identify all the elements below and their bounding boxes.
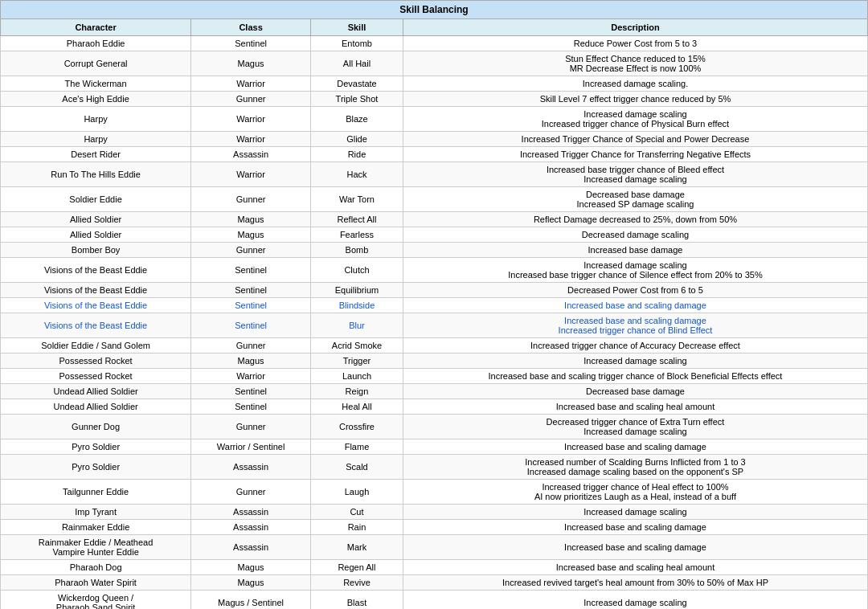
cell-skill: Cut: [311, 505, 403, 520]
cell-character: Pyro Soldier: [1, 455, 191, 480]
cell-character: Allied Soldier: [1, 227, 191, 243]
cell-character: Run To The Hills Eddie: [1, 162, 191, 187]
table-row: Pharaoh EddieSentinelEntombReduce Power …: [1, 36, 868, 51]
table-row: Imp TyrantAssassinCutIncreased damage sc…: [1, 505, 868, 520]
table-row: Soldier EddieGunnerWar TornDecreased bas…: [1, 187, 868, 212]
cell-description: Increased revived target's heal amount f…: [403, 575, 867, 591]
cell-description: Increased base and scaling damage: [403, 298, 867, 313]
cell-class: Magus / Sentinel: [191, 591, 311, 610]
cell-skill: Scald: [311, 455, 403, 480]
desc-line1: Increased base trigger chance of Bleed e…: [408, 165, 862, 174]
desc-line2: MR Decrease Effect is now 100%: [408, 63, 862, 73]
cell-skill: Mark: [311, 535, 403, 560]
cell-class: Magus: [191, 354, 311, 369]
cell-class: Assassin: [191, 520, 311, 535]
table-row: Ace's High EddieGunnerTriple ShotSkill L…: [1, 92, 868, 107]
cell-skill: All Hail: [311, 51, 403, 76]
cell-description: Decreased damage scaling: [403, 227, 867, 243]
cell-class: Assassin: [191, 147, 311, 162]
cell-class: Magus: [191, 560, 311, 575]
cell-character: Rainmaker Eddie: [1, 520, 191, 535]
cell-character: Bomber Boy: [1, 243, 191, 258]
cell-description: Increased damage scalingIncreased trigge…: [403, 107, 867, 132]
cell-description: Decreased trigger chance of Extra Turn e…: [403, 415, 867, 439]
cell-character: Pyro Soldier: [1, 439, 191, 455]
cell-character: Possessed Rocket: [1, 354, 191, 369]
cell-character: Undead Allied Soldier: [1, 399, 191, 415]
cell-description: Increased base and scaling damage: [403, 439, 867, 455]
cell-description: Increased base damage: [403, 243, 867, 258]
cell-class: Warrior: [191, 132, 311, 147]
cell-skill: Reflect All: [311, 212, 403, 227]
cell-description: Stun Effect Chance reduced to 15%MR Decr…: [403, 51, 867, 76]
cell-character: Soldier Eddie: [1, 187, 191, 212]
table-row: Wickerdog Queen / Pharaoh Sand SpiritMag…: [1, 591, 868, 610]
desc-line1: Increased trigger chance of Heal effect …: [408, 482, 862, 492]
cell-character: Pharaoh Dog: [1, 560, 191, 575]
header-description: Description: [403, 19, 867, 36]
cell-description: Increased trigger chance of Heal effect …: [403, 480, 867, 505]
table-row: Rainmaker Eddie / Meathead Vampire Hunte…: [1, 535, 868, 560]
desc-line2: Increased base trigger chance of Silence…: [408, 270, 862, 280]
cell-character: Possessed Rocket: [1, 369, 191, 384]
cell-class: Sentinel: [191, 313, 311, 338]
cell-class: Gunner: [191, 243, 311, 258]
desc-line1: Increased number of Scalding Burns Infli…: [408, 457, 862, 467]
cell-skill: Triple Shot: [311, 92, 403, 107]
skill-balancing-table: Skill Balancing Character Class Skill De…: [0, 0, 868, 609]
table-title: Skill Balancing: [1, 1, 868, 19]
cell-character: Visions of the Beast Eddie: [1, 258, 191, 283]
cell-class: Assassin: [191, 455, 311, 480]
table-row: Visions of the Beast EddieSentinelClutch…: [1, 258, 868, 283]
cell-description: Increased Trigger Chance for Transferrin…: [403, 147, 867, 162]
cell-class: Sentinel: [191, 384, 311, 399]
cell-class: Sentinel: [191, 298, 311, 313]
cell-class: Gunner: [191, 338, 311, 354]
cell-class: Warrior: [191, 107, 311, 132]
cell-skill: Reign: [311, 384, 403, 399]
cell-skill: War Torn: [311, 187, 403, 212]
cell-description: Decreased base damageIncreased SP damage…: [403, 187, 867, 212]
cell-description: Increased damage scaling: [403, 354, 867, 369]
cell-class: Magus: [191, 227, 311, 243]
cell-character: Rainmaker Eddie / Meathead Vampire Hunte…: [1, 535, 191, 560]
cell-description: Increased damage scaling: [403, 505, 867, 520]
main-container: Skill Balancing Character Class Skill De…: [0, 0, 868, 609]
cell-skill: Laugh: [311, 480, 403, 505]
cell-skill: Glide: [311, 132, 403, 147]
table-row: Visions of the Beast EddieSentinelBlinds…: [1, 298, 868, 313]
cell-description: Increased base and scaling heal amount: [403, 560, 867, 575]
cell-description: Decreased base damage: [403, 384, 867, 399]
cell-skill: Bomb: [311, 243, 403, 258]
cell-class: Sentinel: [191, 399, 311, 415]
cell-skill: Flame: [311, 439, 403, 455]
desc-line2: Increased trigger chance of Physical Bur…: [408, 119, 862, 129]
cell-skill: Rain: [311, 520, 403, 535]
title-row: Skill Balancing: [1, 1, 868, 19]
cell-character: Allied Soldier: [1, 212, 191, 227]
cell-character: The Wickerman: [1, 76, 191, 92]
cell-description: Increased base and scaling damage: [403, 535, 867, 560]
cell-character: Visions of the Beast Eddie: [1, 313, 191, 338]
cell-skill: Acrid Smoke: [311, 338, 403, 354]
table-row: Pharaoh DogMagusRegen AllIncreased base …: [1, 560, 868, 575]
cell-description: Increased damage scaling: [403, 591, 867, 610]
cell-class: Warrior: [191, 162, 311, 187]
cell-character: Pharaoh Eddie: [1, 36, 191, 51]
cell-class: Gunner: [191, 480, 311, 505]
table-row: Pyro SoldierAssassinScaldIncreased numbe…: [1, 455, 868, 480]
cell-class: Magus: [191, 212, 311, 227]
table-body: Pharaoh EddieSentinelEntombReduce Power …: [1, 36, 868, 610]
header-row: Character Class Skill Description: [1, 19, 868, 36]
cell-description: Increased base trigger chance of Bleed e…: [403, 162, 867, 187]
desc-line2: Increased damage scaling: [408, 174, 862, 184]
table-row: Corrupt GeneralMagusAll HailStun Effect …: [1, 51, 868, 76]
cell-class: Magus: [191, 575, 311, 591]
table-row: Bomber BoyGunnerBombIncreased base damag…: [1, 243, 868, 258]
cell-skill: Blur: [311, 313, 403, 338]
desc-line1: Increased damage scaling: [408, 260, 862, 270]
cell-class: Warrior: [191, 369, 311, 384]
cell-skill: Regen All: [311, 560, 403, 575]
table-row: Desert RiderAssassinRideIncreased Trigge…: [1, 147, 868, 162]
table-row: Undead Allied SoldierSentinelHeal AllInc…: [1, 399, 868, 415]
